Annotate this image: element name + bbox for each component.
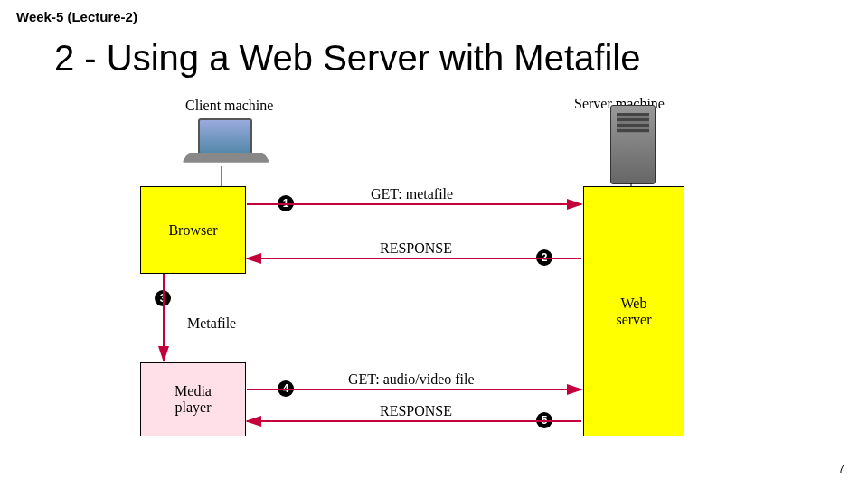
arrows-layer xyxy=(131,96,737,439)
slide-title: 2 - Using a Web Server with Metafile xyxy=(54,38,640,79)
diagram: Client machine Server machine Browser We… xyxy=(131,96,737,439)
slide: Week-5 (Lecture-2) 2 - Using a Web Serve… xyxy=(0,0,868,488)
slide-header: Week-5 (Lecture-2) xyxy=(16,9,137,24)
page-number: 7 xyxy=(838,463,844,475)
